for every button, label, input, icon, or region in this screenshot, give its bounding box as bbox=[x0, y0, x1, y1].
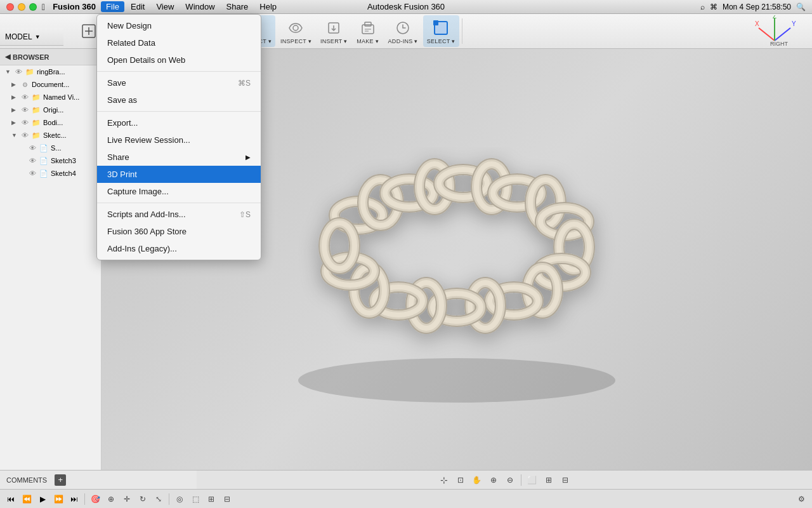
menu-capture-image[interactable]: Capture Image... bbox=[97, 183, 261, 200]
timeline-rotate[interactable]: ↻ bbox=[136, 492, 150, 506]
sketch-s-label: S... bbox=[51, 144, 62, 152]
timeline-cursor[interactable]: ⊕ bbox=[104, 492, 118, 506]
timeline-grid[interactable]: ⊞ bbox=[204, 492, 218, 506]
svg-rect-19 bbox=[365, 22, 371, 26]
bottom-bar: COMMENTS + bbox=[0, 470, 197, 489]
separator2 bbox=[462, 18, 462, 44]
sidebar-root[interactable]: ▼ 👁 📁 ringBra... bbox=[0, 65, 101, 78]
menu-save-as[interactable]: Save as bbox=[97, 91, 261, 109]
search-icon[interactable]: 🔍 bbox=[796, 3, 806, 11]
timeline-move[interactable]: ✛ bbox=[120, 492, 134, 506]
timeline-next[interactable]: ⏩ bbox=[51, 492, 65, 506]
timeline-prev[interactable]: ⏪ bbox=[20, 492, 34, 506]
sidebar-origin[interactable]: ▶ 👁 📁 Origi... bbox=[0, 104, 101, 116]
close-button[interactable] bbox=[6, 3, 14, 11]
timeline-bar: ⏮ ⏪ ▶ ⏩ ⏭ 🎯 ⊕ ✛ ↻ ⤡ ◎ ⬚ ⊞ ⊟ ⚙ bbox=[0, 489, 812, 508]
vp-zoom-out[interactable]: ⊖ bbox=[503, 473, 517, 487]
menu-live-review[interactable]: Live Review Session... bbox=[97, 131, 261, 149]
doc-icon1: 📄 bbox=[39, 144, 48, 152]
menu-view[interactable]: View bbox=[151, 1, 179, 12]
make-tool[interactable]: MAKE ▾ bbox=[353, 15, 383, 47]
eye-icon4: 👁 bbox=[20, 105, 29, 114]
menu-edit[interactable]: Edit bbox=[126, 1, 150, 12]
vp-fit[interactable]: ⊡ bbox=[454, 473, 468, 487]
menu-export[interactable]: Export... bbox=[97, 114, 261, 131]
model-selector[interactable]: MODEL ▼ bbox=[0, 28, 63, 46]
timeline-next-end[interactable]: ⏭ bbox=[67, 492, 81, 506]
folder-icon: 📁 bbox=[25, 67, 34, 76]
make-icon bbox=[358, 18, 378, 38]
timeline-box-select[interactable]: ⬚ bbox=[188, 492, 202, 506]
select-icon bbox=[431, 18, 451, 38]
add-comment-button[interactable]: + bbox=[55, 474, 66, 486]
timeline-prev-start[interactable]: ⏮ bbox=[4, 492, 18, 506]
vp-zoom-in[interactable]: ⊕ bbox=[487, 473, 501, 487]
menu-related-data[interactable]: Related Data bbox=[97, 34, 261, 51]
sidebar-sketch-s[interactable]: 👁 📄 S... bbox=[0, 142, 101, 154]
svg-rect-24 bbox=[433, 20, 438, 25]
sketch3-label: Sketch3 bbox=[51, 157, 76, 164]
addins-tool[interactable]: ADD-INS ▾ bbox=[384, 15, 422, 47]
vp-home[interactable]: ⊹ bbox=[437, 473, 451, 487]
save-shortcut: ⌘S bbox=[238, 79, 251, 88]
comments-label: COMMENTS bbox=[6, 476, 47, 484]
capture-image-label: Capture Image... bbox=[107, 187, 169, 196]
expand-icon3: ▶ bbox=[11, 94, 18, 100]
menu-file[interactable]: File bbox=[101, 1, 124, 12]
eye-icon8: 👁 bbox=[28, 156, 37, 165]
timeline-settings[interactable]: ⚙ bbox=[794, 492, 808, 506]
vp-layout[interactable]: ⊟ bbox=[558, 473, 572, 487]
save-as-label: Save as bbox=[107, 95, 137, 105]
svg-text:RIGHT: RIGHT bbox=[770, 41, 789, 47]
select-tool[interactable]: SELECT ▾ bbox=[423, 15, 459, 47]
sidebar-sketch3[interactable]: 👁 📄 Sketch3 bbox=[0, 154, 101, 167]
maximize-button[interactable] bbox=[29, 3, 37, 11]
svg-line-26 bbox=[775, 28, 790, 41]
insert-tool[interactable]: INSERT ▾ bbox=[317, 15, 351, 47]
named-views-label: Named Vi... bbox=[43, 93, 79, 101]
app-name: Fusion 360 bbox=[53, 2, 96, 11]
timeline-scale[interactable]: ⤡ bbox=[152, 492, 166, 506]
vp-pan[interactable]: ✋ bbox=[470, 473, 484, 487]
menu-share[interactable]: Share ▶ bbox=[97, 149, 261, 166]
axis-gizmo-toolbar: X Y Z RIGHT bbox=[752, 15, 809, 47]
menu-window[interactable]: Window bbox=[180, 1, 219, 12]
collapse-icon[interactable]: ◀ bbox=[5, 53, 10, 61]
eye-icon7: 👁 bbox=[28, 144, 37, 152]
timeline-dotted[interactable]: ⊟ bbox=[220, 492, 234, 506]
file-dropdown-menu: New Design Related Data Open Details on … bbox=[96, 14, 261, 260]
new-design-label: New Design bbox=[107, 21, 152, 30]
vp-grid[interactable]: ⊞ bbox=[542, 473, 556, 487]
root-label: ringBra... bbox=[37, 68, 65, 76]
menu-app-store[interactable]: Fusion 360 App Store bbox=[97, 223, 261, 240]
menu-new-design[interactable]: New Design bbox=[97, 17, 261, 34]
folder-icon3: 📁 bbox=[32, 105, 41, 114]
timeline-play[interactable]: ▶ bbox=[36, 492, 49, 506]
menu-add-ins-legacy[interactable]: Add-Ins (Legacy)... bbox=[97, 240, 261, 257]
vp-display-mode[interactable]: ⬜ bbox=[525, 473, 539, 487]
sidebar-bodies[interactable]: ▶ 👁 📁 Bodi... bbox=[0, 116, 101, 129]
menu-help[interactable]: Help bbox=[254, 1, 282, 12]
timeline-capture[interactable]: 🎯 bbox=[88, 492, 102, 506]
divider1 bbox=[97, 71, 261, 72]
menu-3d-print[interactable]: 3D Print bbox=[97, 166, 261, 183]
menu-open-details[interactable]: Open Details on Web bbox=[97, 51, 261, 69]
sidebar-sketch4[interactable]: 👁 📄 Sketch4 bbox=[0, 167, 101, 180]
model-label: MODEL bbox=[5, 32, 32, 41]
inspect-tool[interactable]: INSPECT ▾ bbox=[277, 15, 315, 47]
3d-print-label: 3D Print bbox=[107, 170, 137, 179]
minimize-button[interactable] bbox=[18, 3, 25, 11]
sidebar-named-views[interactable]: ▶ 👁 📁 Named Vi... bbox=[0, 91, 101, 104]
doc-icon3: 📄 bbox=[39, 169, 48, 178]
folder-icon2: 📁 bbox=[32, 93, 41, 102]
sidebar-sketches[interactable]: ▼ 👁 📁 Sketc... bbox=[0, 129, 101, 142]
menu-scripts[interactable]: Scripts and Add-Ins... ⇧S bbox=[97, 206, 261, 223]
menu-share[interactable]: Share bbox=[221, 1, 254, 12]
timeline-circle[interactable]: ◎ bbox=[173, 492, 187, 506]
inspect-label: INSPECT ▾ bbox=[280, 38, 311, 44]
svg-point-15 bbox=[293, 25, 298, 30]
sidebar-document[interactable]: ▶ ⚙ Document... bbox=[0, 78, 101, 91]
app-store-label: Fusion 360 App Store bbox=[107, 227, 187, 236]
select-label: SELECT ▾ bbox=[427, 38, 455, 44]
menu-save[interactable]: Save ⌘S bbox=[97, 74, 261, 91]
